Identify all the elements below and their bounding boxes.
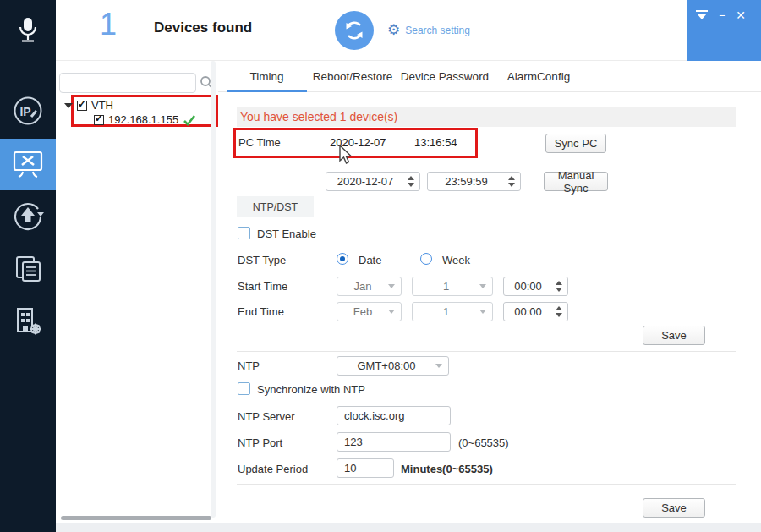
sidebar-item-batch-docs[interactable] (0, 244, 56, 294)
dst-type-week-label[interactable]: Week (442, 254, 470, 266)
dst-type-date-radio[interactable] (337, 253, 348, 265)
skin-menu-icon[interactable] (695, 9, 709, 21)
update-period-label: Update Period (238, 463, 308, 475)
chevron-down-icon (388, 310, 395, 314)
sidebar-item-upgrade[interactable] (0, 191, 56, 242)
tree-horizontal-scrollbar[interactable] (61, 516, 211, 520)
end-month-dropdown[interactable]: Feb (337, 302, 402, 321)
sidebar-item-ip-config[interactable]: IP (0, 85, 56, 136)
ip-config-icon: IP (10, 93, 46, 129)
tree-group-row[interactable]: ✓ VTH (64, 99, 113, 112)
ntp-port-input[interactable] (337, 432, 451, 452)
close-button[interactable]: ✕ (736, 9, 746, 21)
tab-bar: Timing Reboot/Restore Device Password Al… (218, 61, 761, 92)
search-setting-button[interactable]: ⚙ Search setting (387, 23, 470, 37)
upgrade-icon (10, 199, 46, 234)
manual-sync-button[interactable]: Manual Sync (544, 172, 608, 191)
tree-device-row[interactable]: ✓ 192.168.1.155 (94, 113, 196, 126)
manual-time-spinner[interactable]: 23:59:59 (427, 172, 521, 191)
sidebar-item-building-config[interactable] (0, 296, 56, 347)
minimize-button[interactable]: − (719, 9, 725, 21)
check-icon: ✓ (95, 112, 103, 124)
building-config-icon (12, 305, 44, 337)
gear-icon: ⚙ (387, 23, 400, 37)
device-tree-panel: ✓ VTH ✓ 192.168.1.155 (56, 61, 218, 523)
device-checkbox[interactable]: ✓ (94, 115, 104, 125)
sync-with-ntp-checkbox[interactable] (238, 382, 250, 395)
section-divider (237, 484, 736, 485)
tab-device-password[interactable]: Device Password (398, 70, 491, 83)
ntp-server-label: NTP Server (238, 410, 295, 423)
chevron-down-icon (479, 284, 486, 288)
start-month-value: Jan (337, 280, 388, 293)
sidebar-item-intercom[interactable] (0, 5, 56, 56)
spinner-arrows-icon[interactable] (552, 306, 566, 317)
tab-reboot-restore[interactable]: Reboot/Restore (307, 70, 398, 83)
chevron-down-icon (388, 284, 395, 288)
start-day-dropdown[interactable]: 1 (412, 277, 493, 296)
ntp-dst-subtab[interactable]: NTP/DST (237, 196, 314, 217)
tab-alarm-config[interactable]: AlarmConfig (491, 70, 586, 83)
manual-date-value: 2020-12-07 (326, 175, 404, 188)
chevron-down-icon (435, 364, 442, 368)
device-search-input[interactable] (59, 73, 196, 93)
pc-time-label: PC Time (238, 136, 281, 149)
dst-enable-checkbox[interactable] (238, 227, 250, 239)
end-month-value: Feb (337, 305, 388, 318)
sync-with-ntp-label: Synchronize with NTP (257, 383, 365, 396)
microphone-icon (17, 16, 39, 45)
ntp-save-button[interactable]: Save (643, 498, 705, 518)
refresh-button[interactable] (335, 11, 374, 50)
svg-text:IP: IP (19, 105, 30, 118)
main-content: Timing Reboot/Restore Device Password Al… (218, 61, 761, 523)
group-label[interactable]: VTH (91, 99, 113, 112)
update-period-hint: Minutes(0~65535) (401, 463, 493, 475)
header: 1 Devices found ⚙ Search setting (56, 0, 687, 61)
end-day-dropdown[interactable]: 1 (412, 302, 493, 321)
group-checkbox[interactable]: ✓ (77, 101, 87, 111)
dst-type-week-radio[interactable] (420, 253, 432, 265)
mouse-cursor (338, 145, 353, 167)
tab-timing[interactable]: Timing (227, 70, 307, 83)
end-time-label: End Time (238, 305, 284, 318)
chevron-down-icon (479, 310, 486, 314)
device-label[interactable]: 192.168.1.155 (108, 113, 178, 126)
sidebar: IP (0, 0, 56, 532)
sidebar-item-device-config[interactable] (0, 139, 56, 190)
config-tool-window: IP (0, 0, 761, 532)
manual-date-spinner[interactable]: 2020-12-07 (326, 172, 420, 191)
device-online-check-icon (183, 114, 196, 126)
bottom-strip (56, 523, 761, 532)
start-time-value: 00:00 (504, 280, 552, 293)
active-tab-underline (227, 90, 307, 92)
timezone-value: GMT+08:00 (337, 359, 435, 372)
device-config-icon (11, 150, 45, 180)
spinner-arrows-icon[interactable] (552, 281, 566, 292)
timezone-dropdown[interactable]: GMT+08:00 (337, 356, 449, 376)
manual-time-value: 23:59:59 (428, 175, 505, 188)
end-time-spinner[interactable]: 00:00 (503, 302, 568, 321)
ntp-server-input[interactable] (337, 406, 451, 425)
dst-type-label: DST Type (238, 254, 286, 266)
search-setting-label: Search setting (405, 25, 470, 36)
device-count: 1 (100, 7, 117, 42)
check-icon: ✓ (78, 98, 86, 110)
dst-save-button[interactable]: Save (643, 326, 705, 345)
devices-found-label: Devices found (154, 19, 252, 36)
start-time-spinner[interactable]: 00:00 (503, 277, 568, 296)
dst-type-date-label[interactable]: Date (359, 254, 381, 266)
tree-expander-icon[interactable] (64, 103, 73, 108)
update-period-input[interactable] (337, 458, 394, 478)
sync-pc-button[interactable]: Sync PC (545, 134, 606, 153)
dst-enable-label: DST Enable (257, 228, 316, 240)
refresh-icon (342, 19, 366, 42)
start-day-value: 1 (413, 280, 479, 293)
pc-time-time: 13:16:54 (414, 136, 457, 149)
start-month-dropdown[interactable]: Jan (337, 277, 402, 296)
spinner-arrows-icon[interactable] (404, 176, 418, 187)
spinner-arrows-icon[interactable] (505, 176, 518, 187)
tree-vertical-scrollbar[interactable] (211, 61, 216, 518)
window-controls: − ✕ (687, 0, 761, 61)
start-time-label: Start Time (238, 280, 287, 293)
ntp-label: NTP (238, 359, 260, 372)
